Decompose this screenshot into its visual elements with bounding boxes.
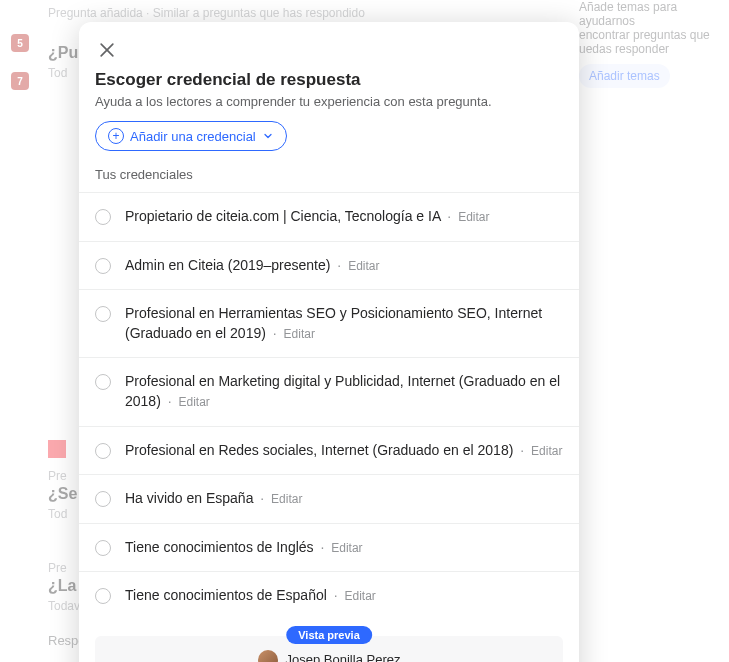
modal-title: Escoger credencial de respuesta: [79, 70, 579, 90]
credential-radio[interactable]: [95, 306, 111, 322]
edit-link[interactable]: Editar: [331, 541, 362, 555]
edit-link[interactable]: Editar: [178, 395, 209, 409]
credential-radio[interactable]: [95, 209, 111, 225]
credential-radio[interactable]: [95, 374, 111, 390]
separator-dot: ·: [337, 257, 341, 273]
separator-dot: ·: [447, 208, 451, 224]
credential-radio[interactable]: [95, 588, 111, 604]
separator-dot: ·: [168, 393, 172, 409]
preview-name: Josep Bonilla Perez: [286, 652, 401, 662]
credential-text: Profesional en Marketing digital y Publi…: [125, 372, 563, 411]
credential-text: Tiene conocimientos de Inglés · Editar: [125, 538, 363, 558]
credential-item[interactable]: Propietario de citeia.com | Ciencia, Tec…: [79, 192, 579, 241]
credential-radio[interactable]: [95, 443, 111, 459]
credential-radio[interactable]: [95, 540, 111, 556]
add-credential-label: Añadir una credencial: [130, 129, 256, 144]
chevron-down-icon: [262, 130, 274, 142]
preview-card: Vista previa Josep Bonilla Perez: [95, 636, 563, 662]
credential-text: Profesional en Herramientas SEO y Posici…: [125, 304, 563, 343]
credential-radio[interactable]: [95, 258, 111, 274]
credential-modal: Escoger credencial de respuesta Ayuda a …: [79, 22, 579, 662]
add-credential-row: + Añadir una credencial: [79, 121, 579, 163]
credential-text: Admin en Citeia (2019–presente) · Editar: [125, 256, 380, 276]
edit-link[interactable]: Editar: [345, 589, 376, 603]
credential-text: Propietario de citeia.com | Ciencia, Tec…: [125, 207, 489, 227]
separator-dot: ·: [320, 539, 324, 555]
credential-label: Profesional en Herramientas SEO y Posici…: [125, 305, 542, 341]
edit-link[interactable]: Editar: [458, 210, 489, 224]
credential-item[interactable]: Profesional en Herramientas SEO y Posici…: [79, 289, 579, 357]
credential-item[interactable]: Ha vivido en España · Editar: [79, 474, 579, 523]
credential-label: Ha vivido en España: [125, 490, 253, 506]
credential-list: Propietario de citeia.com | Ciencia, Tec…: [79, 192, 579, 620]
credential-text: Ha vivido en España · Editar: [125, 489, 302, 509]
add-credential-button[interactable]: + Añadir una credencial: [95, 121, 287, 151]
separator-dot: ·: [273, 325, 277, 341]
separator-dot: ·: [260, 490, 264, 506]
credential-label: Profesional en Redes sociales, Internet …: [125, 442, 513, 458]
credential-item[interactable]: Tiene conocimientos de Inglés · Editar: [79, 523, 579, 572]
credential-item[interactable]: Profesional en Redes sociales, Internet …: [79, 426, 579, 475]
close-button[interactable]: [93, 36, 121, 64]
credential-label: Tiene conocimientos de Inglés: [125, 539, 314, 555]
edit-link[interactable]: Editar: [271, 492, 302, 506]
credential-text: Profesional en Redes sociales, Internet …: [125, 441, 562, 461]
preview-badge: Vista previa: [286, 626, 372, 644]
edit-link[interactable]: Editar: [531, 444, 562, 458]
close-icon: [97, 40, 117, 60]
credential-item[interactable]: Profesional en Marketing digital y Publi…: [79, 357, 579, 425]
modal-header: [79, 22, 579, 70]
separator-dot: ·: [334, 587, 338, 603]
credential-label: Admin en Citeia (2019–presente): [125, 257, 330, 273]
credential-radio[interactable]: [95, 491, 111, 507]
avatar: [258, 650, 278, 662]
credential-label: Tiene conocimientos de Español: [125, 587, 327, 603]
credential-item[interactable]: Admin en Citeia (2019–presente) · Editar: [79, 241, 579, 290]
plus-icon: +: [108, 128, 124, 144]
credentials-section-label: Tus credenciales: [79, 163, 579, 192]
credential-item[interactable]: Tiene conocimientos de Español · Editar: [79, 571, 579, 620]
credential-label: Propietario de citeia.com | Ciencia, Tec…: [125, 208, 440, 224]
edit-link[interactable]: Editar: [284, 327, 315, 341]
separator-dot: ·: [520, 442, 524, 458]
credential-text: Tiene conocimientos de Español · Editar: [125, 586, 376, 606]
edit-link[interactable]: Editar: [348, 259, 379, 273]
modal-subtitle: Ayuda a los lectores a comprender tu exp…: [79, 90, 579, 121]
